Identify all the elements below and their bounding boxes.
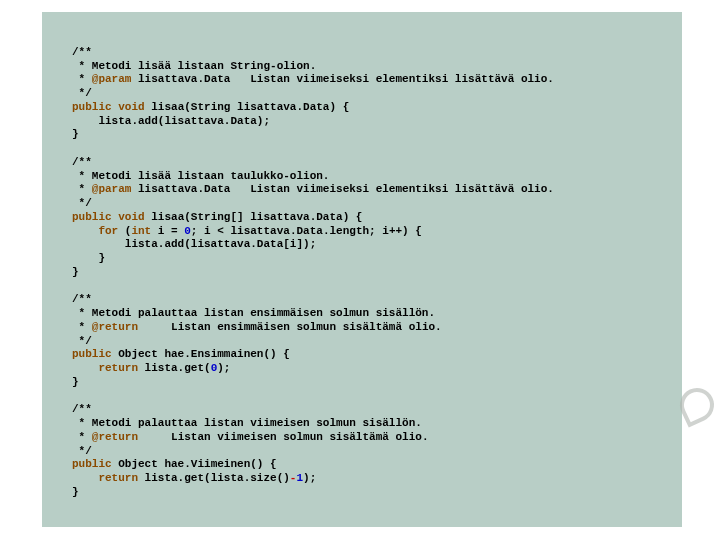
b4-close: } (72, 486, 79, 498)
b3-ret-e: ); (217, 362, 230, 374)
b1-body: lista.add(lisattava.Data); (72, 115, 270, 127)
b3-c4: */ (72, 335, 92, 347)
b2-c3a: * (72, 183, 92, 195)
b1-sig: lisaa(String lisattava.Data) { (145, 101, 350, 113)
b2-sig: lisaa(String[] lisattava.Data) { (145, 211, 363, 223)
b2-for: for (98, 225, 118, 237)
b1-param: @param (92, 73, 132, 85)
b3-c1: /** (72, 293, 92, 305)
b1-c2: * Metodi lisää listaan String-olion. (72, 60, 316, 72)
b3-ret-c: lista.get( (138, 362, 211, 374)
b4-c3c: Listan viimeisen solmun sisältämä olio. (138, 431, 428, 443)
b3-return: @return (92, 321, 138, 333)
b4-return: @return (92, 431, 138, 443)
b2-void: void (118, 211, 144, 223)
b2-for-c: ( (118, 225, 131, 237)
b3-c3c: Listan ensimmäisen solmun sisältämä olio… (138, 321, 442, 333)
b2-close2: } (72, 266, 79, 278)
b3-close: } (72, 376, 79, 388)
b1-c3c: lisattava.Data Listan viimeiseksi elemen… (131, 73, 553, 85)
b1-c3a: * (72, 73, 92, 85)
b1-void: void (118, 101, 144, 113)
b4-ret-c: lista.get(lista.size() (138, 472, 290, 484)
b4-return-kw: return (98, 472, 138, 484)
b3-public: public (72, 348, 112, 360)
b2-for-a (72, 225, 98, 237)
b4-ret-a (72, 472, 98, 484)
b2-c1: /** (72, 156, 92, 168)
b2-c3c: lisattava.Data Listan viimeiseksi elemen… (131, 183, 553, 195)
b3-c2: * Metodi palauttaa listan ensimmäisen so… (72, 307, 435, 319)
b4-sig: Object hae.Viimeinen() { (112, 458, 277, 470)
b2-c2: * Metodi lisää listaan taulukko-olion. (72, 170, 329, 182)
b4-public: public (72, 458, 112, 470)
b4-c1: /** (72, 403, 92, 415)
b1-c4: */ (72, 87, 92, 99)
b1-close: } (72, 128, 79, 140)
b2-close1: } (72, 252, 105, 264)
b1-public: public (72, 101, 112, 113)
b2-for-e: i = (151, 225, 184, 237)
code-panel: /** * Metodi lisää listaan String-olion.… (42, 12, 682, 527)
b2-param: @param (92, 183, 132, 195)
b3-c3a: * (72, 321, 92, 333)
b3-sig: Object hae.Ensimmainen() { (112, 348, 290, 360)
b2-c4: */ (72, 197, 92, 209)
b2-public: public (72, 211, 112, 223)
b2-int: int (131, 225, 151, 237)
b4-c4: */ (72, 445, 92, 457)
b2-zero: 0 (184, 225, 191, 237)
b1-c1: /** (72, 46, 92, 58)
b2-body: lista.add(lisattava.Data[i]); (72, 238, 316, 250)
b3-ret-a (72, 362, 98, 374)
b4-c2: * Metodi palauttaa listan viimeisen solm… (72, 417, 422, 429)
b2-for-g: ; i < lisattava.Data.length; i++) { (191, 225, 422, 237)
b4-ret-f: ); (303, 472, 316, 484)
b3-return-kw: return (98, 362, 138, 374)
b4-c3a: * (72, 431, 92, 443)
